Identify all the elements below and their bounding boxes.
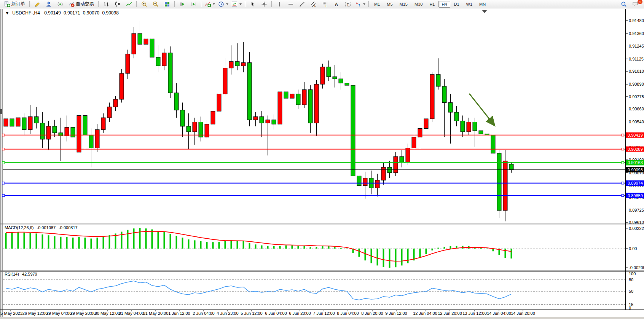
line-handle[interactable]	[622, 182, 624, 184]
timeframe-button-H1[interactable]: H1	[426, 1, 438, 8]
candle-body	[333, 77, 337, 79]
line-handle[interactable]	[2, 134, 5, 136]
line-chart-button[interactable]	[124, 0, 134, 8]
candle-body	[302, 89, 306, 105]
periods-button[interactable]	[217, 0, 230, 8]
candle-body	[406, 148, 410, 162]
pencil-button[interactable]	[32, 0, 43, 8]
macd-histogram-bar	[383, 249, 384, 267]
candle-body	[4, 119, 8, 126]
candle-body	[107, 107, 112, 118]
dropdown-arrow-icon[interactable]	[239, 3, 242, 5]
chart-symbol-title: ▼ USDCHF-,H4 0.90149 0.90171 0.90070 0.9…	[5, 10, 120, 16]
candle-body	[400, 156, 404, 162]
candle-body	[503, 161, 507, 211]
line-handle[interactable]	[2, 195, 5, 197]
timeframe-button-MN[interactable]: MN	[476, 1, 489, 8]
line-handle[interactable]	[622, 134, 624, 136]
autotrade-icon	[69, 1, 75, 7]
candle-body	[223, 68, 227, 94]
auto-scroll-icon	[179, 1, 185, 7]
crosshair-button[interactable]	[259, 0, 269, 8]
signals-button[interactable]	[55, 0, 65, 8]
equidistant-channel-button[interactable]: E	[308, 0, 319, 8]
chart-canvas[interactable]: 25 May 202326 May 12:0029 May 04:0029 Ma…	[0, 0, 644, 319]
horizontal-line-button[interactable]	[285, 0, 296, 8]
candlestick-chart-button[interactable]	[112, 0, 123, 8]
timeframe-button-D1[interactable]: D1	[451, 1, 462, 8]
candle-body	[132, 33, 136, 54]
candle-body	[412, 137, 416, 148]
chart-collapse-icon[interactable]: ▼	[5, 10, 10, 16]
candle-body	[253, 116, 258, 120]
candle-body	[266, 120, 270, 123]
macd-histogram-bar	[42, 234, 43, 249]
candle	[430, 72, 434, 122]
macd-histogram-bar	[188, 239, 190, 249]
autotrading-button[interactable]: 自动交易	[66, 0, 96, 8]
new-order-button[interactable]: 新订单	[2, 0, 27, 8]
zoom-out-button[interactable]	[150, 0, 161, 8]
macd-histogram-bar	[5, 233, 7, 249]
text-label-button[interactable]: T	[343, 0, 353, 8]
candle-body	[247, 63, 252, 120]
templates-button[interactable]	[230, 0, 243, 8]
vertical-line-button[interactable]	[274, 0, 285, 8]
macd-histogram-bar	[304, 246, 305, 249]
macd-histogram-bar	[170, 234, 171, 249]
price-axis-tick-label: 0.90890	[629, 82, 644, 86]
dropdown-arrow-icon[interactable]	[226, 3, 228, 5]
timeframe-button-H4[interactable]: H4	[438, 1, 450, 8]
chat-button[interactable]: 1	[630, 0, 641, 8]
timeframe-button-M30[interactable]: M30	[411, 1, 426, 8]
time-axis-label: 12 Jun 04:00	[413, 311, 437, 316]
bar-chart-button[interactable]	[101, 0, 112, 8]
candle-body	[187, 126, 191, 132]
macd-histogram-bar	[84, 238, 86, 249]
rsi-axis-label: 100	[629, 271, 636, 276]
macd-histogram-bar	[54, 236, 56, 249]
macd-histogram-bar	[328, 246, 330, 249]
macd-histogram-bar	[36, 233, 37, 249]
macd-histogram-bar	[151, 230, 153, 249]
candle-body	[10, 119, 14, 126]
candle-body	[345, 83, 349, 85]
timeframe-button-M5[interactable]: M5	[384, 1, 395, 8]
line-handle[interactable]	[2, 161, 5, 164]
chart-shift-button[interactable]	[188, 0, 199, 8]
line-handle[interactable]	[622, 195, 624, 197]
arrows-button[interactable]	[354, 0, 367, 8]
line-handle[interactable]	[622, 148, 624, 150]
macd-name: MACD(12,26,9)	[5, 225, 33, 230]
auto-scroll-button[interactable]	[177, 0, 188, 8]
cursor-button[interactable]	[247, 0, 258, 8]
dropdown-arrow-icon[interactable]	[213, 3, 215, 5]
timeframe-button-M15[interactable]: M15	[397, 1, 411, 8]
fibonacci-button[interactable]: F	[320, 0, 330, 8]
line-handle[interactable]	[622, 161, 624, 164]
cursor-icon	[250, 1, 256, 7]
candle-body	[448, 102, 453, 112]
dropdown-arrow-icon[interactable]	[363, 3, 365, 5]
macd-histogram-bar	[176, 236, 177, 249]
search-button[interactable]	[618, 0, 629, 8]
trendline-button[interactable]	[297, 0, 308, 8]
svg-text:A: A	[335, 2, 338, 7]
macd-histogram-bar	[346, 249, 348, 249]
fibonacci-icon: F	[322, 1, 328, 7]
macd-histogram-bar	[18, 232, 19, 249]
macd-histogram-bar	[24, 233, 25, 249]
profile-button[interactable]	[43, 0, 54, 8]
text-button[interactable]: A	[331, 0, 342, 8]
indicators-button[interactable]	[204, 0, 216, 8]
zoom-in-button[interactable]	[139, 0, 150, 8]
line-handle[interactable]	[2, 148, 5, 150]
line-handle[interactable]	[2, 182, 5, 184]
price-axis-tick-label: 0.91360	[629, 31, 644, 36]
svg-text:F: F	[326, 5, 327, 7]
crosshair-icon	[261, 1, 267, 7]
candle-body	[467, 122, 471, 132]
timeframe-button-W1[interactable]: W1	[463, 1, 476, 8]
tile-windows-button[interactable]	[162, 0, 172, 8]
timeframe-button-M1[interactable]: M1	[371, 1, 383, 8]
